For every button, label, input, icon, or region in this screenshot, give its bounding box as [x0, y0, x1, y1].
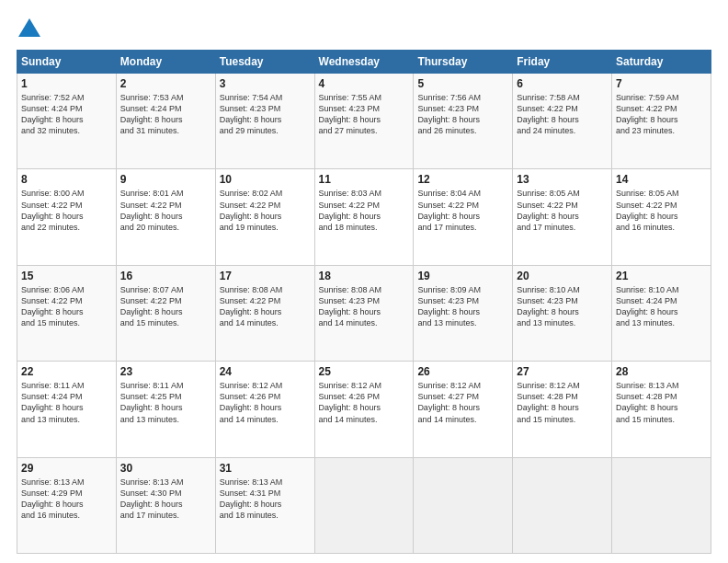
- calendar-cell: 8Sunrise: 8:00 AMSunset: 4:22 PMDaylight…: [17, 169, 117, 265]
- day-number: 12: [417, 173, 508, 186]
- cell-details: Sunrise: 7:54 AMSunset: 4:23 PMDaylight:…: [220, 92, 311, 137]
- header-row: SundayMondayTuesdayWednesdayThursdayFrid…: [17, 51, 711, 74]
- calendar-cell: 3Sunrise: 7:54 AMSunset: 4:23 PMDaylight…: [215, 74, 314, 169]
- calendar-cell: 14Sunrise: 8:05 AMSunset: 4:22 PMDayligh…: [612, 169, 711, 265]
- day-number: 30: [120, 462, 211, 475]
- cell-details: Sunrise: 7:53 AMSunset: 4:24 PMDaylight:…: [120, 92, 211, 137]
- header: [17, 17, 711, 42]
- day-header: Saturday: [612, 51, 711, 74]
- cell-details: Sunrise: 8:10 AMSunset: 4:24 PMDaylight:…: [616, 284, 707, 329]
- cell-details: Sunrise: 8:13 AMSunset: 4:28 PMDaylight:…: [616, 380, 707, 425]
- day-number: 7: [616, 77, 707, 90]
- calendar-cell: 12Sunrise: 8:04 AMSunset: 4:22 PMDayligh…: [414, 169, 513, 265]
- calendar-cell: 5Sunrise: 7:56 AMSunset: 4:23 PMDaylight…: [414, 74, 513, 169]
- calendar-cell: 7Sunrise: 7:59 AMSunset: 4:22 PMDaylight…: [612, 74, 711, 169]
- calendar-cell: 30Sunrise: 8:13 AMSunset: 4:30 PMDayligh…: [116, 457, 215, 553]
- day-number: 15: [21, 270, 112, 282]
- calendar-cell: [314, 457, 414, 553]
- cell-details: Sunrise: 8:00 AMSunset: 4:22 PMDaylight:…: [21, 188, 112, 233]
- day-header: Monday: [116, 51, 215, 74]
- cell-details: Sunrise: 7:56 AMSunset: 4:23 PMDaylight:…: [417, 92, 508, 137]
- day-number: 6: [517, 77, 608, 90]
- calendar-week-row: 1Sunrise: 7:52 AMSunset: 4:24 PMDaylight…: [17, 74, 711, 169]
- day-header: Tuesday: [215, 51, 314, 74]
- day-number: 5: [417, 77, 508, 90]
- calendar-cell: 15Sunrise: 8:06 AMSunset: 4:22 PMDayligh…: [17, 265, 117, 361]
- cell-details: Sunrise: 8:08 AMSunset: 4:23 PMDaylight:…: [319, 284, 410, 329]
- calendar-cell: 21Sunrise: 8:10 AMSunset: 4:24 PMDayligh…: [612, 265, 711, 361]
- day-number: 2: [120, 77, 211, 90]
- cell-details: Sunrise: 8:11 AMSunset: 4:24 PMDaylight:…: [21, 380, 112, 425]
- day-header: Thursday: [414, 51, 513, 74]
- calendar-cell: 31Sunrise: 8:13 AMSunset: 4:31 PMDayligh…: [215, 457, 314, 553]
- calendar-cell: [513, 457, 612, 553]
- logo-icon: [17, 17, 42, 42]
- day-number: 4: [319, 77, 410, 90]
- calendar-cell: 19Sunrise: 8:09 AMSunset: 4:23 PMDayligh…: [414, 265, 513, 361]
- cell-details: Sunrise: 8:12 AMSunset: 4:28 PMDaylight:…: [517, 380, 608, 425]
- day-header: Friday: [513, 51, 612, 74]
- calendar-cell: 13Sunrise: 8:05 AMSunset: 4:22 PMDayligh…: [513, 169, 612, 265]
- day-number: 28: [616, 365, 707, 378]
- cell-details: Sunrise: 8:06 AMSunset: 4:22 PMDaylight:…: [21, 284, 112, 329]
- svg-rect-2: [27, 29, 32, 37]
- day-number: 31: [220, 462, 311, 475]
- cell-details: Sunrise: 8:10 AMSunset: 4:23 PMDaylight:…: [517, 284, 608, 329]
- calendar-cell: 23Sunrise: 8:11 AMSunset: 4:25 PMDayligh…: [116, 362, 215, 457]
- day-number: 22: [21, 365, 112, 378]
- calendar-cell: 27Sunrise: 8:12 AMSunset: 4:28 PMDayligh…: [513, 362, 612, 457]
- calendar-cell: 17Sunrise: 8:08 AMSunset: 4:22 PMDayligh…: [215, 265, 314, 361]
- day-number: 23: [120, 365, 211, 378]
- calendar-week-row: 22Sunrise: 8:11 AMSunset: 4:24 PMDayligh…: [17, 362, 711, 457]
- calendar-cell: [414, 457, 513, 553]
- cell-details: Sunrise: 8:04 AMSunset: 4:22 PMDaylight:…: [417, 188, 508, 233]
- cell-details: Sunrise: 8:05 AMSunset: 4:22 PMDaylight:…: [616, 188, 707, 233]
- day-number: 8: [21, 173, 112, 186]
- calendar-cell: 26Sunrise: 8:12 AMSunset: 4:27 PMDayligh…: [414, 362, 513, 457]
- calendar-cell: 28Sunrise: 8:13 AMSunset: 4:28 PMDayligh…: [612, 362, 711, 457]
- cell-details: Sunrise: 8:02 AMSunset: 4:22 PMDaylight:…: [220, 188, 311, 233]
- day-header: Sunday: [17, 51, 117, 74]
- cell-details: Sunrise: 7:58 AMSunset: 4:22 PMDaylight:…: [517, 92, 608, 137]
- cell-details: Sunrise: 8:12 AMSunset: 4:26 PMDaylight:…: [220, 380, 311, 425]
- day-number: 19: [417, 270, 508, 282]
- cell-details: Sunrise: 8:13 AMSunset: 4:29 PMDaylight:…: [21, 477, 112, 522]
- calendar-cell: 6Sunrise: 7:58 AMSunset: 4:22 PMDaylight…: [513, 74, 612, 169]
- calendar-week-row: 29Sunrise: 8:13 AMSunset: 4:29 PMDayligh…: [17, 457, 711, 553]
- calendar-cell: 18Sunrise: 8:08 AMSunset: 4:23 PMDayligh…: [314, 265, 414, 361]
- day-number: 18: [319, 270, 410, 282]
- day-number: 21: [616, 270, 707, 282]
- calendar-cell: 16Sunrise: 8:07 AMSunset: 4:22 PMDayligh…: [116, 265, 215, 361]
- day-number: 10: [220, 173, 311, 186]
- calendar-cell: 2Sunrise: 7:53 AMSunset: 4:24 PMDaylight…: [116, 74, 215, 169]
- page: SundayMondayTuesdayWednesdayThursdayFrid…: [0, 0, 728, 563]
- calendar-cell: 9Sunrise: 8:01 AMSunset: 4:22 PMDaylight…: [116, 169, 215, 265]
- day-number: 14: [616, 173, 707, 186]
- day-header: Wednesday: [314, 51, 414, 74]
- day-number: 26: [417, 365, 508, 378]
- calendar-cell: 11Sunrise: 8:03 AMSunset: 4:22 PMDayligh…: [314, 169, 414, 265]
- calendar-cell: 25Sunrise: 8:12 AMSunset: 4:26 PMDayligh…: [314, 362, 414, 457]
- day-number: 20: [517, 270, 608, 282]
- calendar-cell: 22Sunrise: 8:11 AMSunset: 4:24 PMDayligh…: [17, 362, 117, 457]
- cell-details: Sunrise: 8:12 AMSunset: 4:27 PMDaylight:…: [417, 380, 508, 425]
- calendar-table: SundayMondayTuesdayWednesdayThursdayFrid…: [17, 50, 711, 554]
- day-number: 24: [220, 365, 311, 378]
- day-number: 16: [120, 270, 211, 282]
- cell-details: Sunrise: 7:52 AMSunset: 4:24 PMDaylight:…: [21, 92, 112, 137]
- calendar-cell: 20Sunrise: 8:10 AMSunset: 4:23 PMDayligh…: [513, 265, 612, 361]
- cell-details: Sunrise: 8:05 AMSunset: 4:22 PMDaylight:…: [517, 188, 608, 233]
- cell-details: Sunrise: 8:01 AMSunset: 4:22 PMDaylight:…: [120, 188, 211, 233]
- cell-details: Sunrise: 8:07 AMSunset: 4:22 PMDaylight:…: [120, 284, 211, 329]
- cell-details: Sunrise: 8:11 AMSunset: 4:25 PMDaylight:…: [120, 380, 211, 425]
- calendar-week-row: 15Sunrise: 8:06 AMSunset: 4:22 PMDayligh…: [17, 265, 711, 361]
- day-number: 1: [21, 77, 112, 90]
- day-number: 17: [220, 270, 311, 282]
- cell-details: Sunrise: 8:12 AMSunset: 4:26 PMDaylight:…: [319, 380, 410, 425]
- day-number: 13: [517, 173, 608, 186]
- calendar-cell: 10Sunrise: 8:02 AMSunset: 4:22 PMDayligh…: [215, 169, 314, 265]
- calendar-cell: 24Sunrise: 8:12 AMSunset: 4:26 PMDayligh…: [215, 362, 314, 457]
- cell-details: Sunrise: 8:03 AMSunset: 4:22 PMDaylight:…: [319, 188, 410, 233]
- cell-details: Sunrise: 7:55 AMSunset: 4:23 PMDaylight:…: [319, 92, 410, 137]
- cell-details: Sunrise: 8:09 AMSunset: 4:23 PMDaylight:…: [417, 284, 508, 329]
